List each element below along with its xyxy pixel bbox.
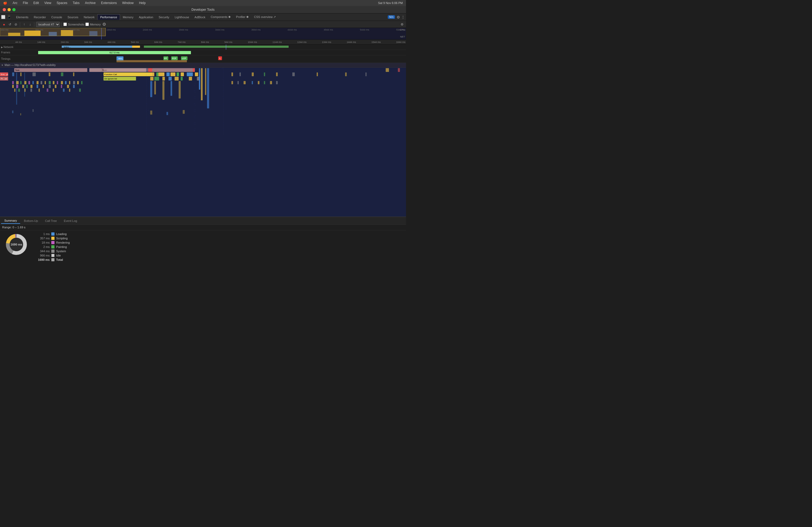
svg-rect-139 [162,81,164,100]
more-settings-icon[interactable]: ⚙ [102,22,106,27]
device-icon[interactable]: 📱 [7,15,11,19]
separator2 [34,22,34,27]
svg-rect-74 [251,73,254,76]
svg-text:Task: Task [15,69,19,71]
tab-performance[interactable]: Performance [97,14,120,20]
record-button[interactable]: ● [2,22,6,27]
svg-rect-113 [43,85,44,88]
tab-security[interactable]: Security [156,15,172,20]
frames-track: Frames 617.0 ms [0,50,406,55]
menu-extensions[interactable]: Extensions [101,1,117,5]
tab-elements[interactable]: Elements [13,15,31,20]
svg-rect-98 [48,81,51,84]
flame-chart-area[interactable]: Task Task Task Eva...pt Function Call On… [0,67,406,216]
svg-rect-28 [14,68,87,72]
memory-checkbox[interactable]: Memory [85,22,101,26]
overflow-icon[interactable]: ⋮ [401,15,405,19]
menu-spaces[interactable]: Spaces [57,1,68,5]
window-title: Developer Tools [191,8,215,12]
panel-settings-icon[interactable]: ⚙ [400,22,404,27]
svg-rect-52 [181,73,184,76]
svg-rect-73 [240,73,241,76]
svg-rect-136 [276,81,278,84]
svg-rect-146 [166,112,168,115]
frames-content: 617.0 ms [15,50,406,55]
svg-rect-120 [18,89,20,92]
svg-rect-93 [28,81,30,84]
upload-button[interactable]: ↑ [22,22,27,27]
svg-rect-144 [32,109,34,112]
svg-rect-80 [365,73,367,76]
tab-css-overview[interactable]: CSS overview ↗ [251,14,278,20]
svg-rect-95 [37,81,39,84]
tab-console[interactable]: Console [48,15,65,20]
svg-text:Function Call: Function Call [104,73,117,76]
reload-button[interactable]: ↺ [8,22,12,27]
svg-rect-147 [183,110,185,114]
svg-rect-51 [177,73,179,76]
svg-rect-124 [47,89,48,92]
settings-icon[interactable]: ⚙ [396,15,400,19]
menu-help[interactable]: Help [139,1,146,5]
svg-rect-47 [156,73,158,76]
frames-label: Frames [0,51,15,54]
bottom-tab-bar: Summary Bottom-Up Call Tree Event Log [0,217,406,225]
timeline-overview[interactable]: CPU NET 444 ms 944 ms 1444 ms 1944 ms 24… [0,28,406,40]
donut-chart: 1690 ms [4,232,28,257]
tab-sources[interactable]: Sources [65,15,81,20]
timings-label: Timings [0,57,15,60]
svg-rect-86 [207,68,209,108]
tab-components[interactable]: Components ✱ [208,14,233,20]
tab-profiler[interactable]: Profiler ✱ [233,14,251,20]
svg-rect-53 [187,73,193,76]
session-select[interactable]: localhost #7 [36,22,60,27]
tab-bottom-up[interactable]: Bottom-Up [21,218,41,224]
svg-rect-134 [264,81,265,84]
svg-rect-142 [12,110,13,113]
tab-adblock[interactable]: AdBlock [192,15,208,20]
download-button[interactable]: ↓ [28,22,32,27]
svg-rect-69 [48,73,50,76]
svg-rect-125 [53,89,54,92]
menu-file[interactable]: File [23,1,28,5]
tab-lighthouse[interactable]: Lighthouse [172,15,192,20]
svg-rect-102 [65,81,67,84]
svg-text:FP: FP [164,57,167,60]
tab-memory[interactable]: Memory [120,15,136,20]
tab-event-log[interactable]: Event Log [61,218,81,224]
tab-summary[interactable]: Summary [1,218,20,224]
svg-rect-145 [150,110,152,115]
menu-edit[interactable]: Edit [33,1,39,5]
svg-rect-56 [155,77,159,80]
svg-rect-115 [55,85,56,88]
minimize-button[interactable] [8,8,11,11]
request-count: 501 [388,15,395,19]
svg-rect-37 [193,68,195,72]
svg-rect-82 [398,68,400,72]
svg-rect-48 [158,73,164,76]
tab-network[interactable]: Network [81,15,97,20]
apple-menu[interactable]: 🍎 [3,1,7,5]
svg-rect-130 [238,81,239,84]
close-button[interactable] [3,8,6,11]
svg-rect-132 [251,81,253,84]
clear-button[interactable]: ⊘ [13,22,18,27]
svg-rect-36 [152,68,193,72]
svg-rect-55 [150,77,153,80]
svg-rect-110 [26,85,28,88]
timings-track: Timings DCL FP FCP LCP L [0,55,406,63]
screenshots-checkbox[interactable]: Screenshots [63,22,84,26]
menu-tabs[interactable]: Tabs [73,1,79,5]
tab-call-tree[interactable]: Call Tree [42,218,60,224]
maximize-button[interactable] [12,8,16,11]
menu-arc[interactable]: Arc [13,1,17,5]
menu-archive[interactable]: Archive [85,1,96,5]
menu-view[interactable]: View [44,1,51,5]
menu-window[interactable]: Window [122,1,134,5]
svg-rect-108 [16,85,18,88]
svg-rect-50 [171,73,175,76]
tab-recorder[interactable]: Recorder [31,15,48,20]
tab-application[interactable]: Application [136,15,156,20]
inspect-icon[interactable]: ⬜ [1,15,5,19]
svg-rect-111 [30,85,32,88]
